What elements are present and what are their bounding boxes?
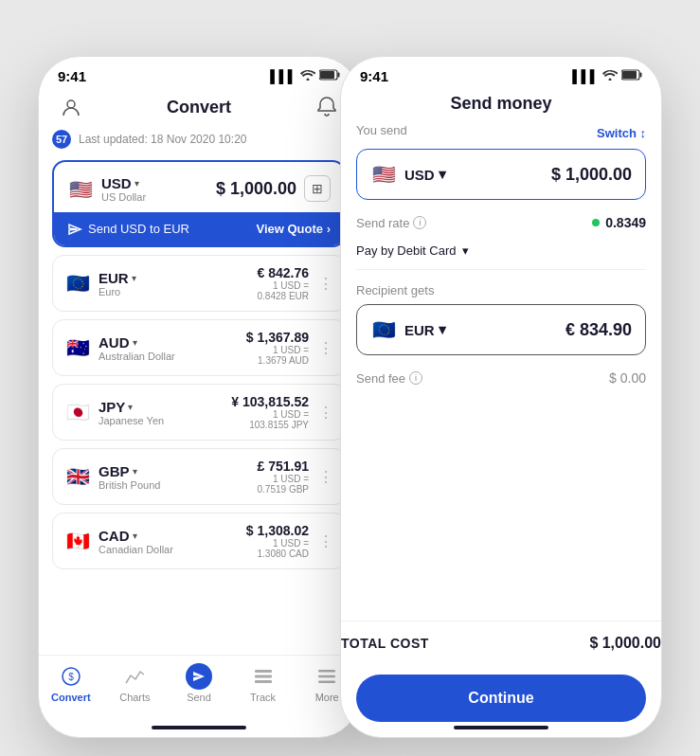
tab-send[interactable]: Send <box>167 663 231 703</box>
gbp-rate: 1 USD =0.7519 GBP <box>258 474 310 495</box>
eur-left: 🇪🇺 EUR ▾ Euro <box>64 270 136 297</box>
you-send-box[interactable]: 🇺🇸 USD ▾ $ 1,000.00 <box>356 149 646 200</box>
aud-rate: 1 USD =1.3679 AUD <box>246 345 309 366</box>
gbp-code: GBP <box>99 463 130 479</box>
signal-icon-r: ▌▌▌ <box>572 69 599 83</box>
currency-item-eur[interactable]: 🇪🇺 EUR ▾ Euro € 842.76 1 USD =0.8 <box>52 255 346 312</box>
you-send-label: You send <box>356 123 407 137</box>
svg-rect-9 <box>318 670 335 673</box>
currency-item-gbp[interactable]: 🇬🇧 GBP ▾ British Pound £ 751.91 1 <box>52 448 346 505</box>
you-send-select[interactable]: USD ▾ <box>404 166 446 183</box>
status-bar-right: 9:41 ▌▌▌ <box>341 57 661 90</box>
recipient-gets-box[interactable]: 🇪🇺 EUR ▾ € 834.90 <box>356 304 646 355</box>
cad-dots[interactable]: ⋮ <box>318 532 333 550</box>
wifi-icon-r <box>602 69 618 83</box>
view-quote-btn[interactable]: View Quote › <box>257 222 332 236</box>
cad-flag: 🇨🇦 <box>64 528 91 554</box>
eur-dots[interactable]: ⋮ <box>318 275 333 293</box>
svg-rect-1 <box>338 73 340 78</box>
fee-row: Send fee i $ 0.00 <box>356 367 646 389</box>
jpy-rate: 1 USD =103.8155 JPY <box>231 409 309 430</box>
svg-rect-14 <box>622 71 637 79</box>
update-bar: 57 Last updated: 18 Nov 2020 10:20 <box>52 130 346 149</box>
time-left: 9:41 <box>58 68 86 84</box>
battery-icon <box>319 69 340 83</box>
svg-rect-11 <box>318 681 335 684</box>
gbp-amount: £ 751.91 <box>258 459 310 474</box>
svg-point-3 <box>67 100 75 108</box>
phone-left: 9:41 ▌▌▌ Convert <box>38 56 360 738</box>
usd-info: USD ▾ US Dollar <box>101 175 146 203</box>
svg-rect-8 <box>255 680 272 683</box>
gbp-info: GBP ▾ British Pound <box>99 463 160 491</box>
jpy-amount-col: ¥ 103,815.52 1 USD =103.8155 JPY <box>231 394 309 430</box>
usd-chevron: ▾ <box>135 178 139 189</box>
tab-label-more: More <box>315 692 339 703</box>
svg-rect-7 <box>255 675 272 678</box>
send-bar-left: Send USD to EUR <box>67 222 189 236</box>
currency-item-aud[interactable]: 🇦🇺 AUD ▾ Australian Dollar $ 1,367.89 <box>52 319 346 376</box>
tab-track[interactable]: Track <box>231 663 296 703</box>
eur-flag: 🇪🇺 <box>64 270 91 297</box>
jpy-dots[interactable]: ⋮ <box>318 404 333 422</box>
pay-method-chevron: ▾ <box>462 243 469 258</box>
svg-rect-13 <box>640 73 642 78</box>
battery-icon-r <box>621 69 642 83</box>
recipient-gets-currency: 🇪🇺 EUR ▾ <box>370 316 446 343</box>
continue-button[interactable]: Continue <box>356 675 646 722</box>
jpy-amount: ¥ 103,815.52 <box>231 394 309 409</box>
gbp-right: £ 751.91 1 USD =0.7519 GBP ⋮ <box>258 459 334 495</box>
tab-label-charts: Charts <box>119 692 150 703</box>
recipient-select[interactable]: EUR ▾ <box>404 321 446 338</box>
aud-name: Australian Dollar <box>99 351 175 362</box>
usd-code: USD <box>101 175 132 191</box>
eur-info: EUR ▾ Euro <box>99 270 136 297</box>
send-bar-label: Send USD to EUR <box>88 222 189 236</box>
send-fee-value: $ 0.00 <box>609 370 646 386</box>
tab-label-convert: Convert <box>51 692 91 703</box>
svg-text:$: $ <box>68 672 74 682</box>
profile-icon[interactable] <box>58 94 84 120</box>
bell-icon[interactable] <box>314 94 340 120</box>
green-dot <box>592 219 600 226</box>
send-bar[interactable]: Send USD to EUR View Quote › <box>54 212 344 245</box>
track-tab-icon <box>250 663 277 690</box>
status-icons-left: ▌▌▌ <box>270 69 340 83</box>
recipient-label: Recipient gets <box>356 283 434 297</box>
more-tab-icon <box>314 663 340 690</box>
charts-tab-icon <box>121 663 148 690</box>
rate-info-icon[interactable]: i <box>413 216 426 229</box>
total-label: TOTAL COST <box>341 636 429 651</box>
home-indicator-left <box>152 726 246 729</box>
continue-btn-area: Continue <box>341 665 661 722</box>
aud-info: AUD ▾ Australian Dollar <box>99 334 175 362</box>
update-text: Last updated: 18 Nov 2020 10:20 <box>79 133 246 146</box>
gbp-name: British Pound <box>99 479 160 491</box>
gbp-flag: 🇬🇧 <box>64 463 91 490</box>
currency-item-cad[interactable]: 🇨🇦 CAD ▾ Canadian Dollar $ 1,308.02 <box>52 513 346 569</box>
gbp-dots[interactable]: ⋮ <box>318 468 333 486</box>
cad-amount-col: $ 1,308.02 1 USD =1.3080 CAD <box>246 523 309 559</box>
send-rate-value: 0.8349 <box>592 215 646 230</box>
aud-dots[interactable]: ⋮ <box>318 339 333 357</box>
tab-label-track: Track <box>250 692 276 703</box>
tab-convert[interactable]: $ Convert <box>39 663 103 703</box>
pay-method-row[interactable]: Pay by Debit Card ▾ <box>356 238 646 270</box>
currency-item-jpy[interactable]: 🇯🇵 JPY ▾ Japanese Yen ¥ 103,815.52 <box>52 384 346 441</box>
you-send-amount: $ 1,000.00 <box>551 165 632 185</box>
eur-right: € 842.76 1 USD =0.8428 EUR ⋮ <box>258 265 334 301</box>
you-send-flag: 🇺🇸 <box>370 161 397 188</box>
calculator-icon[interactable]: ⊞ <box>304 175 331 202</box>
wifi-icon <box>300 69 315 83</box>
main-amount: $ 1,000.00 <box>216 179 296 199</box>
cad-name: Canadian Dollar <box>99 544 173 555</box>
main-currency-left[interactable]: 🇺🇸 USD ▾ US Dollar <box>67 175 146 203</box>
send-fee-label: Send fee i <box>356 370 422 386</box>
fee-info-icon[interactable]: i <box>409 371 422 385</box>
tab-charts[interactable]: Charts <box>103 663 168 703</box>
cad-left: 🇨🇦 CAD ▾ Canadian Dollar <box>64 528 173 555</box>
aud-amount-col: $ 1,367.89 1 USD =1.3679 AUD <box>246 330 309 366</box>
switch-button[interactable]: Switch ↕ <box>597 126 646 140</box>
phone-right: 9:41 ▌▌▌ Send money You send <box>340 56 662 738</box>
currency-list: 🇪🇺 EUR ▾ Euro € 842.76 1 USD =0.8 <box>52 255 346 569</box>
